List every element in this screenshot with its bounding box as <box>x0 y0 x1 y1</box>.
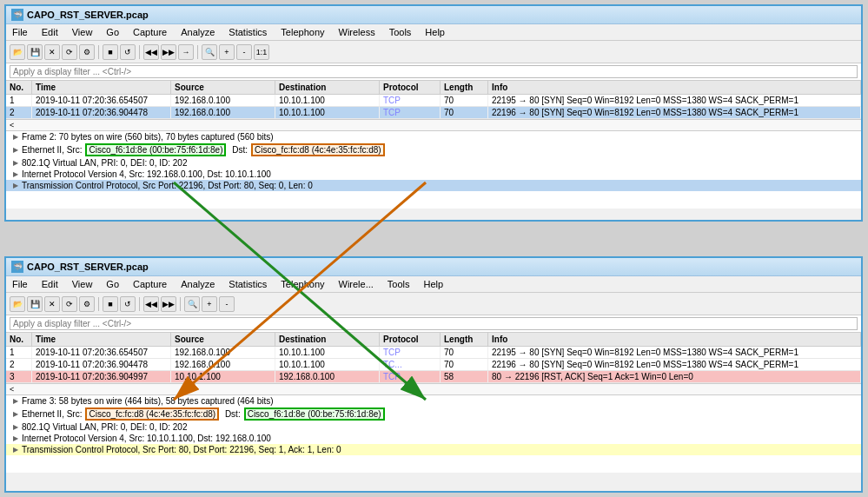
bottom-menu-tools[interactable]: Tools <box>385 278 413 290</box>
expand-icon-b-eth[interactable]: ▶ <box>13 410 18 418</box>
expand-icon-b-ip[interactable]: ▶ <box>13 434 18 442</box>
bottom-filter-bar <box>6 315 861 333</box>
bottom-title-bar: 🦈 CAPO_RST_SERVER.pcap <box>6 258 861 276</box>
btn-scroll-back[interactable]: ◀◀ <box>143 44 159 60</box>
btn-bottom-opts[interactable]: ⚙ <box>79 296 95 312</box>
expand-icon-b-frame[interactable]: ▶ <box>13 397 18 405</box>
bottom-packet-row-1[interactable]: 1 2019-10-11 07:20:36.654507 192.168.0.1… <box>6 347 861 359</box>
menu-go[interactable]: Go <box>103 26 122 38</box>
menu-analyze[interactable]: Analyze <box>178 26 217 38</box>
col-b-info: Info <box>488 333 861 346</box>
menu-file[interactable]: File <box>10 26 30 38</box>
expand-icon-ip[interactable]: ▶ <box>13 170 18 178</box>
expand-icon-tcp[interactable]: ▶ <box>13 182 18 189</box>
btn-bottom-reload[interactable]: ⟳ <box>62 296 77 312</box>
detail-dst-label: Dst: <box>229 145 248 155</box>
detail-tcp-text: Transmission Control Protocol, Src Port:… <box>22 181 313 190</box>
cell-time: 2019-10-11 07:20:36.654507 <box>32 95 171 106</box>
bottom-menu-file[interactable]: File <box>10 278 30 290</box>
btn-zoom-in[interactable]: + <box>219 44 235 60</box>
cell-time: 2019-10-11 07:20:36.904478 <box>32 107 171 118</box>
btn-bottom-restart[interactable]: ↺ <box>120 296 136 312</box>
top-packet-row-1[interactable]: 1 2019-10-11 07:20:36.654507 192.168.0.1… <box>6 95 861 107</box>
top-detail-frame: ▶ Frame 2: 70 bytes on wire (560 bits), … <box>6 131 861 142</box>
btn-restart[interactable]: ↺ <box>120 44 136 60</box>
expand-icon[interactable]: ▶ <box>13 133 18 141</box>
bottom-filter-input[interactable] <box>10 317 858 330</box>
expand-icon-b-tcp[interactable]: ▶ <box>13 446 18 454</box>
cell-length: 70 <box>441 95 488 106</box>
col-b-source: Source <box>171 333 275 346</box>
cell-b-source: 192.168.0.100 <box>171 347 275 358</box>
btn-bottom-scroll[interactable]: ◀◀ <box>143 296 159 312</box>
menu-view[interactable]: View <box>70 26 96 38</box>
col-no: No. <box>6 81 32 94</box>
menu-telephony[interactable]: Telephony <box>278 26 327 38</box>
bottom-menu-telephony[interactable]: Telephony <box>278 278 327 290</box>
btn-open[interactable]: 📂 <box>10 44 25 60</box>
menu-wireless[interactable]: Wireless <box>336 26 378 38</box>
top-detail-vlan: ▶ 802.1Q Virtual LAN, PRI: 0, DEI: 0, ID… <box>6 157 861 169</box>
btn-bottom-search[interactable]: 🔍 <box>184 296 200 312</box>
cell-dest: 10.10.1.100 <box>275 107 380 118</box>
cell-b-protocol: TCP <box>380 347 441 358</box>
menu-statistics[interactable]: Statistics <box>226 26 269 38</box>
btn-go-packet[interactable]: → <box>178 44 194 60</box>
cell-b2-info: 22196 → 80 [SYN] Seq=0 Win=8192 Len=0 MS… <box>488 359 861 370</box>
top-detail-ethernet: ▶ Ethernet II, Src: Cisco_f6:1d:8e (00:b… <box>6 142 861 157</box>
top-window-title: CAPO_RST_SERVER.pcap <box>27 10 149 20</box>
top-filter-input[interactable] <box>10 65 858 78</box>
btn-capture-options[interactable]: ⚙ <box>79 44 95 60</box>
btn-close[interactable]: ✕ <box>44 44 60 60</box>
detail-frame-text: Frame 2: 70 bytes on wire (560 bits), 70… <box>22 132 274 142</box>
cell-b2-protocol: TC... <box>380 359 441 370</box>
bottom-menu-capture[interactable]: Capture <box>130 278 169 290</box>
btn-bottom-close[interactable]: ✕ <box>44 296 60 312</box>
btn-bottom-zoomout[interactable]: - <box>219 296 235 312</box>
menu-tools[interactable]: Tools <box>387 26 414 38</box>
menu-capture[interactable]: Capture <box>130 26 169 38</box>
cell-dest: 10.10.1.100 <box>275 95 380 106</box>
col-length: Length <box>441 81 488 94</box>
bottom-detail-vlan: ▶ 802.1Q Virtual LAN, PRI: 0, DEI: 0, ID… <box>6 421 861 433</box>
detail-b-tcp-text: Transmission Control Protocol, Src Port:… <box>22 445 341 454</box>
btn-bottom-save[interactable]: 💾 <box>27 296 43 312</box>
col-b-protocol: Protocol <box>380 333 441 346</box>
btn-stop[interactable]: ■ <box>103 44 118 60</box>
bottom-menu-statistics[interactable]: Statistics <box>226 278 269 290</box>
top-menu-bar: File Edit View Go Capture Analyze Statis… <box>6 24 861 41</box>
cell-b3-info: 80 → 22196 [RST, ACK] Seq=1 Ack=1 Win=0 … <box>488 371 861 382</box>
expand-icon-eth[interactable]: ▶ <box>13 146 18 154</box>
btn-bottom-open[interactable]: 📂 <box>10 296 25 312</box>
bottom-menu-wireless[interactable]: Wirele... <box>336 278 376 290</box>
cell-no: 1 <box>6 95 32 106</box>
expand-icon-b-vlan[interactable]: ▶ <box>13 423 18 431</box>
btn-save[interactable]: 💾 <box>27 44 43 60</box>
btn-zoom-normal[interactable]: 1:1 <box>254 44 269 60</box>
top-packet-row-2[interactable]: 2 2019-10-11 07:20:36.904478 192.168.0.1… <box>6 107 861 119</box>
bottom-menu-edit[interactable]: Edit <box>39 278 61 290</box>
bottom-menu-analyze[interactable]: Analyze <box>178 278 217 290</box>
sep2 <box>139 45 140 59</box>
btn-bottom-fwd[interactable]: ▶▶ <box>161 296 176 312</box>
top-toolbar: 📂 💾 ✕ ⟳ ⚙ ■ ↺ ◀◀ ▶▶ → 🔍 + - 1:1 <box>6 41 861 63</box>
expand-icon-vlan[interactable]: ▶ <box>13 159 18 167</box>
btn-scroll-fwd[interactable]: ▶▶ <box>161 44 176 60</box>
btn-filter-exp[interactable]: 🔍 <box>202 44 217 60</box>
top-title-bar: 🦈 CAPO_RST_SERVER.pcap <box>6 6 861 24</box>
detail-b-ip-text: Internet Protocol Version 4, Src: 10.10.… <box>22 434 271 443</box>
bottom-menu-go[interactable]: Go <box>103 278 122 290</box>
btn-bottom-zoomin[interactable]: + <box>202 296 217 312</box>
cell-b3-source: 10.10.1.100 <box>171 371 275 382</box>
btn-reload[interactable]: ⟳ <box>62 44 77 60</box>
bottom-menu-help[interactable]: Help <box>421 278 447 290</box>
btn-bottom-stop[interactable]: ■ <box>103 296 118 312</box>
menu-edit[interactable]: Edit <box>39 26 61 38</box>
bottom-detail-tcp: ▶ Transmission Control Protocol, Src Por… <box>6 444 861 455</box>
btn-zoom-out[interactable]: - <box>236 44 252 60</box>
bottom-dst-mac-highlight: Cisco_f6:1d:8e (00:be:75:f6:1d:8e) <box>244 408 385 421</box>
bottom-packet-row-2[interactable]: 2 2019-10-11 07:20:36.904478 192.168.0.1… <box>6 359 861 371</box>
bottom-menu-view[interactable]: View <box>70 278 96 290</box>
bottom-packet-row-3[interactable]: 3 2019-10-11 07:20:36.904997 10.10.1.100… <box>6 371 861 383</box>
menu-help[interactable]: Help <box>422 26 447 38</box>
